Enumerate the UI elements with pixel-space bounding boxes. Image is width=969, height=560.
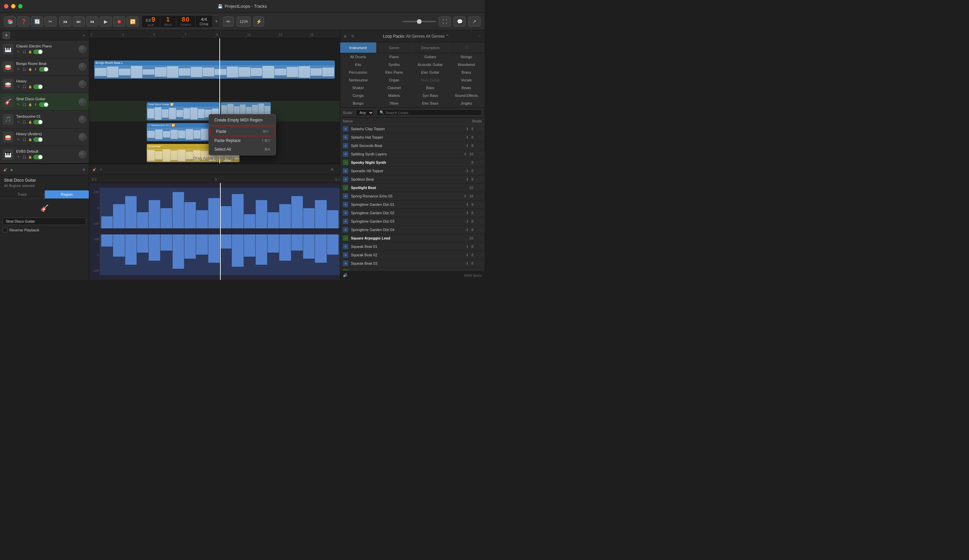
time-sig-arrow[interactable]: ▼: [213, 15, 220, 28]
loop-item-heart[interactable]: ♡: [479, 253, 482, 257]
sc-icon-btn[interactable]: 🎸: [3, 168, 7, 172]
skip-back-button[interactable]: ⏮: [86, 17, 98, 27]
volume-slider-thumb[interactable]: [417, 19, 421, 24]
chat-button[interactable]: 💬: [454, 17, 466, 27]
lb-cat-brass[interactable]: Brass: [448, 69, 484, 76]
loop-item-heart[interactable]: ♡: [479, 219, 482, 223]
loop-item-heart[interactable]: ♡: [479, 228, 482, 232]
play-button[interactable]: ▶: [100, 17, 112, 27]
pr-filter-btn[interactable]: ≡: [98, 167, 103, 172]
lb-cat-bongo[interactable]: Bongo: [340, 100, 376, 107]
list-item[interactable]: ≋Splashy Clap Topper⬇8♡: [340, 125, 484, 133]
track-lock-icon[interactable]: 🔒: [28, 85, 32, 89]
track-lock-icon[interactable]: 🔒: [28, 137, 32, 142]
download-icon[interactable]: ⬇: [466, 135, 469, 140]
track-item[interactable]: 🥁 Heavy ✎ 🎧 🔒: [0, 76, 89, 93]
rewind-button[interactable]: ⏮: [59, 17, 72, 27]
search-input[interactable]: [386, 111, 479, 115]
list-item[interactable]: ≋Splashy Hat Topper⬇8♡: [340, 133, 484, 141]
loop-item-heart[interactable]: ♡: [479, 127, 482, 131]
track-headphone-icon[interactable]: 🎧: [22, 120, 27, 125]
sc-tab-region[interactable]: Region: [45, 190, 89, 198]
loop-item-heart[interactable]: ♡: [479, 152, 482, 156]
download-icon[interactable]: ⬇: [466, 244, 469, 249]
track-headphone-icon[interactable]: 🎧: [22, 85, 27, 89]
list-item[interactable]: ≋Spotless Beat⬇8♡: [340, 175, 484, 184]
pr-settings-btn[interactable]: ⚙: [330, 167, 335, 172]
download-icon[interactable]: ⬇: [466, 253, 469, 257]
track-lock-icon[interactable]: 🔒: [28, 120, 32, 125]
track-item[interactable]: 🎵 Tambourine 01 ✎ 🎧 🔒: [0, 111, 89, 128]
menu-item-paste[interactable]: Paste ⌘V: [210, 127, 274, 136]
download-icon[interactable]: ⬇: [466, 219, 469, 224]
track-volume-knob[interactable]: [79, 151, 86, 158]
list-item[interactable]: ≋Springtime Garden Dizi 03⬇8♡: [340, 217, 484, 226]
loop-item-heart[interactable]: ♡: [479, 236, 482, 240]
list-item[interactable]: ≋Spring Romance Erhu 05⬇16♡: [340, 192, 484, 201]
cycle-button[interactable]: 🔄: [31, 17, 43, 27]
menu-item-create-midi[interactable]: Create Empty MIDI Region: [209, 116, 276, 125]
lb-tab-fav[interactable]: ♡: [449, 42, 485, 53]
checkbox-box[interactable]: [3, 228, 7, 233]
loop-item-heart[interactable]: ♡: [479, 136, 482, 139]
list-item[interactable]: ♪Squeaky Dub Break32♡: [340, 268, 484, 271]
download-icon[interactable]: ⬇: [466, 261, 469, 266]
list-item[interactable]: ♪Spotlight Beat32♡: [340, 184, 484, 192]
track-headphone-icon[interactable]: 🎧: [22, 102, 27, 107]
bongo-region[interactable]: Bongo Room Beat.1: [94, 61, 335, 79]
track-item[interactable]: 🎹 Classic Electric Piano ✎ 🎧 🔒: [0, 40, 89, 58]
list-item[interactable]: ≋Squeak Beat 02⬇8♡: [340, 251, 484, 259]
download-icon[interactable]: ⬇: [466, 127, 469, 131]
lb-cat-bass[interactable]: Bass: [413, 84, 448, 92]
download-icon[interactable]: ⬇: [464, 152, 467, 156]
track-edit-icon[interactable]: ✎: [16, 85, 21, 89]
fast-forward-button[interactable]: ⏭: [73, 17, 85, 27]
lb-cat-kits[interactable]: Kits: [340, 61, 376, 69]
track-mute-toggle[interactable]: [33, 85, 43, 89]
maximize-button[interactable]: [18, 4, 23, 8]
track-headphone-icon[interactable]: 🎧: [22, 155, 27, 160]
list-item[interactable]: ♪Square Arpeggio Lead16♡: [340, 234, 484, 243]
track-filter-button[interactable]: ≡: [82, 33, 86, 38]
add-track-button[interactable]: +: [3, 32, 10, 39]
lb-cat-slide-guitar[interactable]: Slide Guitar: [413, 76, 448, 84]
lb-cat-beats[interactable]: Beats: [448, 84, 484, 92]
track-headphone-icon[interactable]: 🎧: [22, 50, 27, 54]
track-edit-icon[interactable]: ✎: [16, 155, 21, 160]
download-icon[interactable]: ⬇: [466, 228, 469, 232]
download-icon[interactable]: ⬇: [466, 144, 469, 148]
lb-cat-syn-bass[interactable]: Syn Bass: [413, 92, 448, 100]
track-volume-knob[interactable]: [79, 133, 86, 141]
track-edit-icon[interactable]: ✎: [16, 50, 21, 54]
lb-cat-strings[interactable]: Strings: [448, 53, 484, 61]
track-volume-knob[interactable]: [79, 80, 86, 88]
lb-cat-synths[interactable]: Synths: [376, 61, 412, 69]
track-item[interactable]: 🎸 Strat Disco Guitar ✎ 🎧 🔒 ⬇: [0, 93, 89, 111]
track-volume-knob[interactable]: [79, 45, 86, 53]
loop-item-heart[interactable]: ♡: [479, 144, 482, 148]
sc-settings-btn[interactable]: ⚙: [82, 168, 86, 172]
loop-item-heart[interactable]: ♡: [479, 203, 482, 206]
download-icon[interactable]: ⬇: [466, 169, 469, 173]
list-item[interactable]: ♪Spooky Night Synth8♡: [340, 158, 484, 167]
lb-cat-clavinet[interactable]: Clavinet: [376, 84, 412, 92]
list-item[interactable]: ≋Springtime Garden Dizi 01⬇8♡: [340, 201, 484, 209]
track-lock-icon[interactable]: 🔒: [28, 102, 32, 107]
fullscreen-button[interactable]: ⛶: [439, 17, 451, 27]
track-lock-icon[interactable]: 🔒: [28, 50, 32, 54]
pr-icon-btn[interactable]: 🎸: [92, 167, 97, 172]
loop-item-heart[interactable]: ♡: [479, 262, 482, 265]
lb-list-icon[interactable]: ☰: [350, 34, 355, 39]
sc-tab-track[interactable]: Track: [0, 190, 45, 198]
track-item[interactable]: 🥁 Heavy (Anders) ✎ 🎧 🔒: [0, 128, 89, 146]
track-volume-knob[interactable]: [79, 63, 86, 70]
lb-cat-shaker[interactable]: Shaker: [340, 84, 376, 92]
sc-play-btn[interactable]: ▶: [9, 168, 14, 172]
download-icon[interactable]: ⬇: [466, 203, 469, 207]
lb-cat-guitars[interactable]: Guitars: [413, 53, 448, 61]
list-item[interactable]: ≋Squeak Beat 01⬇8♡: [340, 243, 484, 251]
minimize-button[interactable]: [11, 4, 15, 8]
track-volume-knob[interactable]: [79, 98, 86, 106]
lb-heart-icon[interactable]: ♡: [477, 34, 482, 39]
list-item[interactable]: ≋Splitting Synth Layers⬇16♡: [340, 150, 484, 158]
